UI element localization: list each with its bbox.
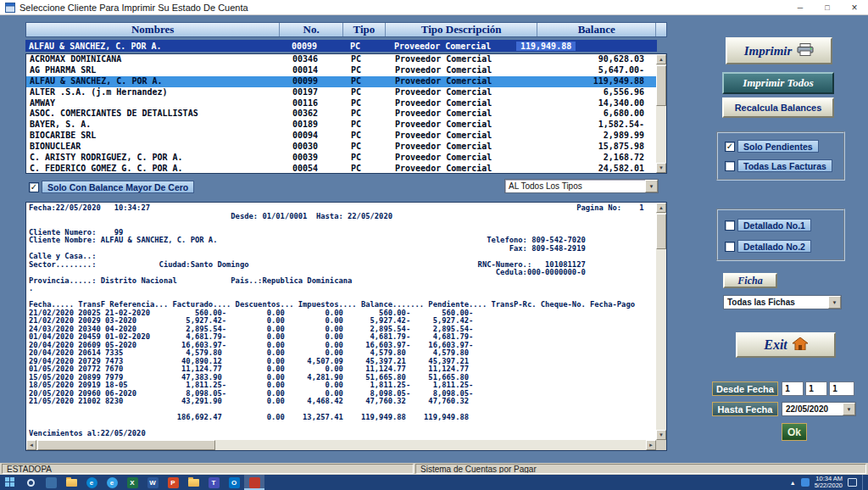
client-cell-desc: Proveedor Comercial — [387, 65, 539, 76]
client-row[interactable]: C. FEDERICO GOMEZ G. C. POR A.00054PCPro… — [26, 164, 656, 173]
client-row[interactable]: AMWAY00116PCProveedor Comercial14,340.00 — [26, 98, 656, 109]
teams-icon[interactable]: T — [203, 475, 224, 490]
report-scroll-right-icon[interactable]: ► — [646, 440, 656, 450]
printer-icon — [797, 43, 814, 59]
client-list-scroll-thumb[interactable] — [656, 65, 666, 106]
start-button[interactable] — [0, 475, 20, 490]
client-cell-tipo: PC — [344, 142, 387, 153]
selected-tipo: PC — [343, 42, 386, 51]
dropdown-arrow-icon[interactable]: ▼ — [645, 180, 658, 192]
close-button[interactable]: × — [841, 0, 868, 15]
client-cell-desc: Proveedor Comercial — [387, 153, 539, 164]
solo-pendientes-option[interactable]: ✓ Solo Pendientes — [725, 140, 843, 153]
estadopa-app-icon[interactable] — [244, 475, 264, 490]
client-row[interactable]: BIOCARIBE SRL00094PCProveedor Comercial2… — [26, 131, 656, 142]
grid-header: Nombres No. Tipo Tipo Descripción Balanc… — [25, 22, 667, 37]
file-explorer-icon[interactable] — [61, 475, 81, 490]
hasta-fecha-button[interactable]: Hasta Fecha — [712, 402, 778, 416]
clock-date: 5/22/2020 — [815, 482, 843, 489]
todas-facturas-checkbox[interactable] — [725, 161, 735, 171]
hasta-fecha-value: 22/05/2020 — [782, 404, 843, 414]
report-vscroll-thumb[interactable] — [656, 214, 666, 249]
fichas-dropdown-arrow-icon[interactable]: ▼ — [828, 296, 841, 309]
hasta-fecha-label: Hasta Fecha — [718, 404, 773, 415]
client-row[interactable]: C. ARISTY RODRIGUEZ, C. POR A.00039PCPro… — [26, 153, 656, 164]
report-scroll-up-icon[interactable]: ▲ — [656, 203, 666, 213]
client-row[interactable]: AG PHARMA SRL00014PCProveedor Comercial5… — [26, 65, 656, 76]
desde-year-field[interactable] — [829, 381, 854, 396]
show-desktop-button[interactable] — [862, 475, 865, 490]
report-scroll-left-icon[interactable]: ◄ — [26, 440, 36, 450]
detallado1-option[interactable]: Detallado No.1 — [725, 219, 843, 231]
client-row[interactable]: ACROMAX DOMINICANA00346PCProveedor Comer… — [26, 54, 656, 65]
internet-explorer-icon[interactable]: e — [102, 475, 122, 490]
status-app-name: ESTADOPA — [2, 464, 414, 474]
excel-icon[interactable]: X — [122, 475, 142, 490]
column-header-no[interactable]: No. — [280, 23, 343, 36]
recalcula-balances-button[interactable]: Recalcula Balances — [722, 97, 834, 118]
client-row[interactable]: ALTER .S.A. (j.m Hernandez)00197PCProvee… — [26, 87, 656, 98]
todas-facturas-option[interactable]: Todas Las Facturas — [725, 159, 843, 172]
exit-button[interactable]: Exit — [736, 332, 836, 358]
column-header-balance[interactable]: Balance — [537, 23, 656, 36]
tipo-filter-dropdown[interactable]: AL Todos Los Tipos ▼ — [504, 179, 659, 193]
powerpoint-icon[interactable]: P — [163, 475, 183, 490]
client-cell-name: C. FEDERICO GOMEZ G. C. POR A. — [26, 164, 281, 173]
client-cell-desc: Proveedor Comercial — [387, 54, 539, 65]
ficha-button[interactable]: Ficha — [723, 273, 777, 288]
client-cell-no: 00099 — [281, 76, 344, 87]
action-center-icon[interactable] — [848, 478, 857, 487]
fichas-dropdown[interactable]: Todas las Fichas ▼ — [723, 295, 842, 309]
column-header-tipo[interactable]: Tipo — [343, 23, 386, 36]
client-cell-name: ALFAU & SANCHEZ, C. POR A. — [26, 76, 281, 87]
status-system-name: Sistema de Cuentas por Pagar — [415, 464, 866, 474]
hidden-icons-chevron-icon[interactable]: ▲ — [790, 480, 796, 486]
minimize-button[interactable]: ─ — [787, 0, 814, 15]
client-row[interactable]: BAYER, S. A.00189PCProveedor Comercial1,… — [26, 120, 656, 131]
client-cell-desc: Proveedor Comercial — [387, 98, 539, 109]
client-row[interactable]: ALFAU & SANCHEZ, C. POR A.00099PCProveed… — [26, 76, 656, 87]
client-row[interactable]: ASOC. COMERCIANTES DE DETALLISTAS00362PC… — [26, 109, 656, 120]
balance-filter[interactable]: ✓ Solo Con Balance Mayor De Cero — [29, 181, 194, 193]
client-row[interactable]: BIONUCLEAR00030PCProveedor Comercial15,8… — [26, 142, 656, 153]
ok-button[interactable]: Ok — [782, 423, 807, 441]
solo-pendientes-checkbox[interactable]: ✓ — [725, 142, 735, 152]
detallado2-option[interactable]: Detallado No.2 — [725, 240, 843, 253]
imprimir-button[interactable]: Imprimir — [726, 37, 832, 64]
desde-day-field[interactable] — [782, 381, 804, 396]
task-view-icon[interactable] — [41, 475, 61, 490]
balance-filter-checkbox[interactable]: ✓ — [29, 182, 39, 192]
client-cell-name: BIONUCLEAR — [26, 142, 281, 153]
desde-month-field[interactable] — [805, 381, 827, 396]
detallado1-checkbox[interactable] — [725, 220, 735, 231]
maximize-button[interactable]: □ — [814, 0, 841, 15]
taskbar-clock[interactable]: 10:34 AM 5/22/2020 — [815, 476, 843, 489]
column-header-tipo-descripcion[interactable]: Tipo Descripción — [386, 23, 538, 36]
search-icon[interactable] — [20, 475, 41, 490]
house-icon — [793, 337, 808, 354]
scroll-up-icon[interactable]: ▲ — [656, 54, 666, 64]
desde-fecha-button[interactable]: Desde Fecha — [712, 381, 778, 396]
report-scroll-down-icon[interactable]: ▼ — [656, 430, 666, 440]
edge-icon[interactable]: e — [81, 475, 102, 490]
client-list: ACROMAX DOMINICANA00346PCProveedor Comer… — [26, 54, 656, 173]
report-preview[interactable]: Fecha:22/05/2020 10:34:27 Pagina No: 1 D… — [25, 202, 667, 451]
tray-app-icon[interactable] — [801, 478, 810, 487]
detallado2-checkbox[interactable] — [725, 242, 735, 252]
report-hscroll-thumb[interactable] — [37, 440, 215, 450]
column-header-nombres[interactable]: Nombres — [26, 23, 280, 36]
selected-balance: 119,949.88 — [516, 42, 576, 51]
documents-folder-icon[interactable] — [183, 475, 203, 490]
client-cell-desc: Proveedor Comercial — [387, 76, 539, 87]
scroll-down-icon[interactable]: ▼ — [656, 163, 666, 173]
outlook-icon[interactable]: O — [224, 475, 244, 490]
selected-record-bar[interactable]: ALFAU & SANCHEZ, C. POR A. 00099 PC Prov… — [25, 40, 657, 52]
client-cell-bal: 119,949.88 — [539, 76, 651, 87]
imprimir-todos-button[interactable]: Imprimir Todos — [722, 72, 834, 94]
client-cell-no: 00116 — [281, 98, 344, 109]
hasta-fecha-dropdown[interactable]: 22/05/2020 ▼ — [782, 402, 856, 416]
word-icon[interactable]: W — [142, 475, 163, 490]
client-cell-bal: 2,168.72 — [539, 153, 651, 164]
client-cell-no: 00094 — [281, 131, 344, 142]
hasta-dropdown-arrow-icon[interactable]: ▼ — [843, 403, 855, 415]
